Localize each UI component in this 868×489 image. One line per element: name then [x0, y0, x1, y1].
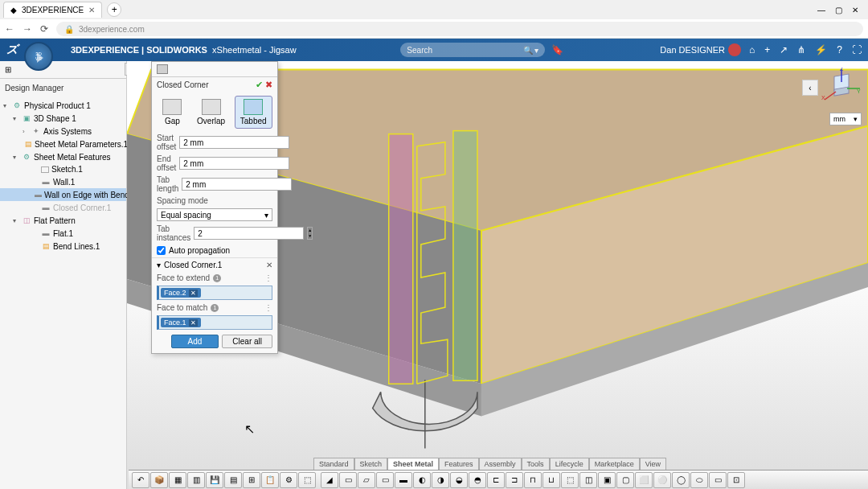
bottom-tab-assembly[interactable]: Assembly — [479, 458, 522, 470]
search-input[interactable]: Search 🔍 ▾ — [400, 43, 545, 57]
auto-propagation-checkbox[interactable] — [157, 246, 166, 255]
tree-item[interactable]: ▬Flat.1 — [0, 227, 126, 240]
ok-button[interactable]: ✔ — [256, 80, 263, 89]
tree-toggle-icon[interactable]: ▾ — [3, 102, 10, 109]
toolbar-button-16[interactable]: ◐ — [413, 472, 431, 488]
share-icon[interactable]: ↗ — [780, 44, 788, 55]
add-icon[interactable]: + — [764, 44, 770, 55]
compass-icon[interactable]: 3DV,R — [24, 42, 53, 71]
tree-toggle-icon[interactable]: ▾ — [13, 154, 19, 161]
toolbar-button-12[interactable]: ▭ — [339, 472, 357, 488]
info-icon[interactable]: 1 — [211, 304, 219, 312]
close-button[interactable]: ✕ — [852, 6, 858, 14]
reload-icon[interactable]: ⟳ — [40, 23, 48, 35]
tree-item[interactable]: ▬Wall on Edge with Bend.1 — [0, 188, 126, 201]
toolbar-button-1[interactable]: 📦 — [150, 472, 168, 488]
tree-item[interactable]: ▬Closed Corner.1 — [0, 201, 126, 214]
flash-icon[interactable]: ⚡ — [815, 44, 827, 55]
toolbar-button-29[interactable]: ⚪ — [653, 472, 671, 488]
tree-item[interactable]: ▾▣3D Shape 1 — [0, 112, 126, 125]
tree-item[interactable]: ›✦Axis Systems — [0, 125, 126, 138]
tree-toggle-icon[interactable]: ▾ — [13, 115, 19, 122]
tab-instances-input[interactable] — [194, 227, 304, 240]
more-icon[interactable]: ⋮ — [264, 303, 272, 312]
chip-remove-icon[interactable]: ✕ — [189, 290, 198, 297]
network-icon[interactable]: ⋔ — [797, 44, 805, 55]
toolbar-button-21[interactable]: ⊐ — [506, 472, 523, 488]
tree-item[interactable]: ▤Sheet Metal Parameters.1 — [0, 138, 126, 150]
toolbar-button-24[interactable]: ⬚ — [561, 472, 579, 488]
toolbar-button-5[interactable]: ▤ — [224, 472, 242, 488]
cancel-button[interactable]: ✖ — [265, 80, 272, 89]
home-icon[interactable]: ⌂ — [749, 44, 755, 55]
toolbar-button-33[interactable]: ⊡ — [727, 472, 745, 488]
toolbar-button-30[interactable]: ◯ — [672, 472, 690, 488]
tree-item[interactable]: Sketch.1 — [0, 163, 126, 175]
tree-item[interactable]: ▾◫Flat Pattern — [0, 214, 126, 227]
address-bar[interactable]: 🔒 3dexperience.com — [56, 22, 863, 36]
tree-item[interactable]: ▤Bend Lines.1 — [0, 240, 126, 253]
tree-icon[interactable]: ⊞ — [5, 65, 11, 74]
tree-toggle-icon[interactable]: › — [23, 128, 29, 135]
user-area[interactable]: Dan DESIGNER — [660, 43, 741, 56]
fullscreen-icon[interactable]: ⛶ — [852, 44, 862, 55]
sub-feature-row[interactable]: ▾ Closed Corner.1 ✕ — [152, 257, 277, 272]
toolbar-button-8[interactable]: ⚙ — [280, 472, 297, 488]
toolbar-button-25[interactable]: ◫ — [579, 472, 597, 488]
face-chip-match[interactable]: Face.1 ✕ — [161, 318, 201, 327]
tag-icon[interactable]: 🔖 — [551, 44, 563, 55]
toolbar-button-27[interactable]: ▢ — [616, 472, 634, 488]
toolbar-button-28[interactable]: ⬜ — [635, 472, 653, 488]
corner-type-overlap[interactable]: Overlap — [191, 96, 231, 129]
tree-item[interactable]: ▾⚙Sheet Metal Features — [0, 150, 126, 163]
bottom-tab-sketch[interactable]: Sketch — [354, 458, 388, 470]
tab-close-icon[interactable]: ✕ — [88, 6, 95, 14]
end-offset-input[interactable] — [179, 157, 289, 170]
unit-select[interactable]: mm ▾ — [829, 113, 862, 125]
tab-instances-spinner[interactable]: ▲▼ — [307, 227, 313, 240]
face-extend-selection[interactable]: Face.2 ✕ — [157, 286, 272, 300]
toolbar-button-15[interactable]: ▬ — [395, 472, 412, 488]
bottom-tab-view[interactable]: View — [640, 458, 666, 470]
toolbar-button-26[interactable]: ▣ — [598, 472, 616, 488]
bottom-tab-sheet-metal[interactable]: Sheet Metal — [387, 458, 439, 470]
toolbar-button-7[interactable]: 📋 — [261, 472, 279, 488]
minimize-button[interactable]: — — [817, 6, 825, 14]
bottom-tab-standard[interactable]: Standard — [313, 458, 354, 470]
browser-tab[interactable]: ◆ 3DEXPERIENCE ✕ — [3, 2, 102, 18]
info-icon[interactable]: 1 — [213, 274, 221, 282]
toolbar-button-14[interactable]: ▭ — [376, 472, 394, 488]
clear-all-button[interactable]: Clear all — [222, 335, 272, 348]
sub-close-icon[interactable]: ✕ — [266, 261, 272, 269]
toolbar-button-18[interactable]: ◒ — [450, 472, 468, 488]
forward-icon[interactable]: → — [23, 23, 32, 35]
toolbar-button-17[interactable]: ◑ — [432, 472, 449, 488]
add-button[interactable]: Add — [171, 335, 219, 348]
bottom-tab-marketplace[interactable]: Marketplace — [589, 458, 640, 470]
face-match-selection[interactable]: Face.1 ✕ — [157, 315, 272, 330]
toolbar-button-32[interactable]: ▭ — [709, 472, 727, 488]
more-icon[interactable]: ⋮ — [264, 273, 272, 282]
toolbar-button-11[interactable]: ◢ — [321, 472, 338, 488]
toolbar-button-0[interactable]: ↶ — [132, 472, 149, 488]
corner-type-tabbed[interactable]: Tabbed — [235, 96, 272, 129]
start-offset-input[interactable] — [179, 136, 289, 149]
viewport-back-button[interactable]: ‹ — [802, 80, 818, 96]
chip-remove-icon[interactable]: ✕ — [189, 319, 198, 327]
spacing-mode-select[interactable]: Equal spacing ▾ — [157, 208, 272, 221]
toolbar-button-6[interactable]: ⊞ — [243, 472, 260, 488]
view-triad[interactable]: Z Y X — [821, 68, 862, 108]
tree-toggle-icon[interactable]: ▾ — [13, 217, 19, 224]
tree-item[interactable]: ▾⚙Physical Product 1 — [0, 99, 126, 112]
auto-propagation-check[interactable]: Auto propagation — [152, 244, 277, 257]
back-icon[interactable]: ← — [5, 23, 14, 35]
help-icon[interactable]: ? — [837, 44, 842, 55]
toolbar-button-23[interactable]: ⊔ — [542, 472, 560, 488]
toolbar-button-3[interactable]: ▥ — [187, 472, 205, 488]
toolbar-button-13[interactable]: ▱ — [358, 472, 375, 488]
toolbar-button-2[interactable]: ▦ — [169, 472, 186, 488]
bottom-tab-lifecycle[interactable]: Lifecycle — [550, 458, 589, 470]
maximize-button[interactable]: ▢ — [835, 6, 842, 14]
bottom-tab-features[interactable]: Features — [439, 458, 479, 470]
toolbar-button-20[interactable]: ⊏ — [487, 472, 505, 488]
